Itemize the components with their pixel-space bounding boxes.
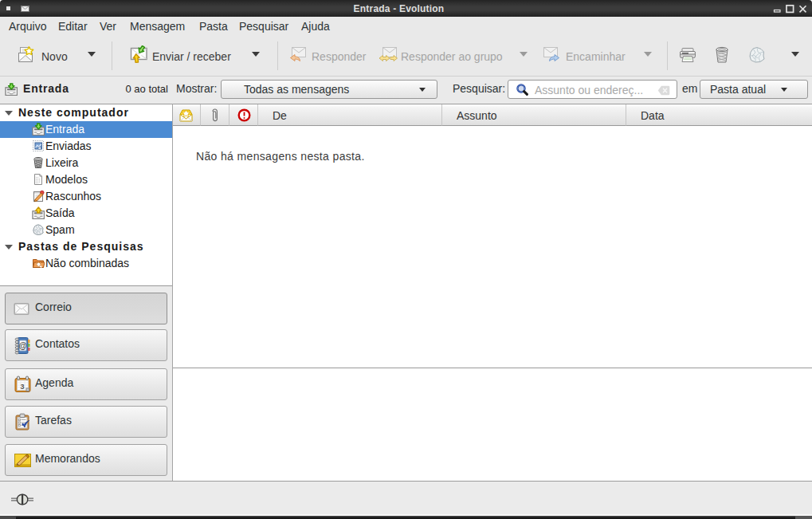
svg-text:@: @ [19, 341, 27, 350]
svg-text:3: 3 [20, 383, 24, 391]
